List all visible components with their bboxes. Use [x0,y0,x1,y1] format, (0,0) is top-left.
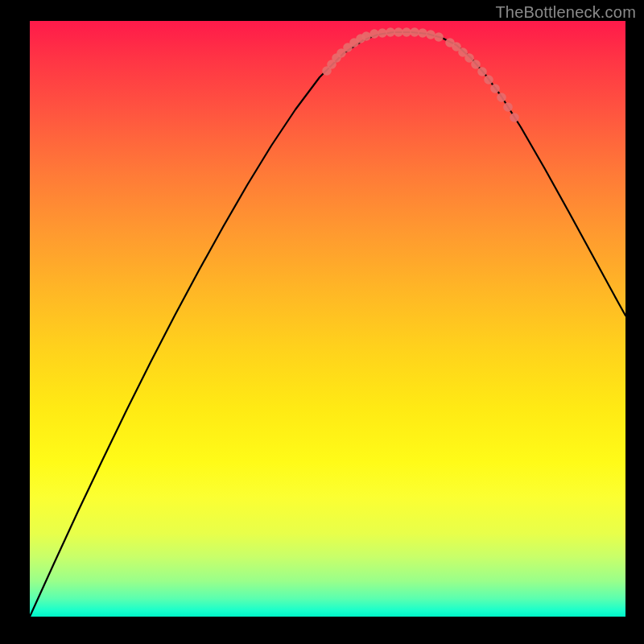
svg-point-12 [402,27,411,37]
curve-svg [30,21,625,617]
watermark-text: TheBottleneck.com [495,3,636,22]
svg-point-7 [361,31,371,41]
svg-point-23 [484,75,493,85]
svg-point-15 [426,30,436,39]
marker-points [322,27,519,122]
svg-point-22 [477,67,487,76]
svg-point-8 [369,29,379,39]
svg-point-13 [410,27,419,37]
chart-frame: TheBottleneck.com [0,0,644,644]
svg-point-14 [418,28,427,38]
svg-point-24 [490,84,500,93]
svg-point-27 [510,113,519,122]
svg-point-21 [471,60,481,69]
svg-point-25 [497,93,506,102]
plot-area [30,21,625,617]
svg-point-16 [434,32,444,42]
svg-point-10 [386,27,395,37]
svg-point-11 [394,27,403,37]
svg-point-9 [378,28,387,38]
curve-line [30,32,625,617]
svg-point-26 [503,102,513,112]
